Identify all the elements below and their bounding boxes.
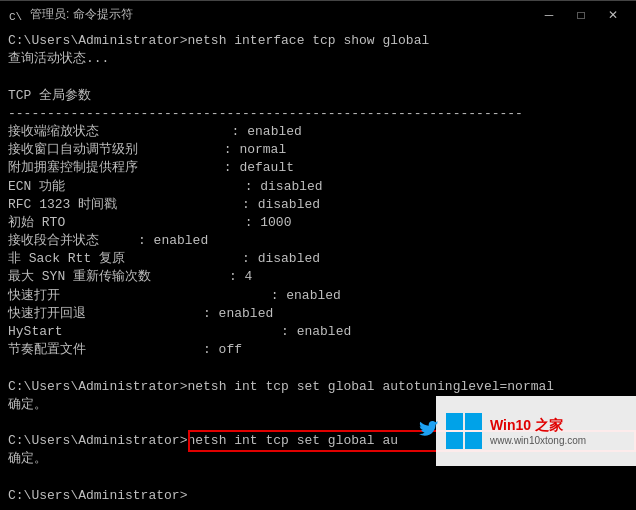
window-controls: ─ □ ✕ — [534, 5, 628, 25]
twitter-icon-area — [417, 396, 441, 466]
terminal-line-5: 接收窗口自动调节级别 : normal — [8, 141, 628, 159]
terminal-line-blank-4 — [8, 469, 628, 487]
win10-watermark: Win10 之家 www.win10xtong.com — [436, 396, 636, 466]
close-button[interactable]: ✕ — [598, 5, 628, 25]
terminal-line-1: 查询活动状态... — [8, 50, 628, 68]
win10-brand-title: Win10 之家 — [490, 417, 586, 435]
cmd-icon: C\ — [8, 7, 24, 23]
svg-text:C\: C\ — [9, 11, 22, 23]
win10-logo — [446, 413, 482, 449]
title-bar: C\ 管理员: 命令提示符 ─ □ ✕ — [0, 0, 636, 28]
terminal-line-2: TCP 全局参数 — [8, 87, 628, 105]
win10-text-block: Win10 之家 www.win10xtong.com — [490, 417, 586, 446]
win10-url: www.win10xtong.com — [490, 435, 586, 446]
terminal-line-15: HyStart : enabled — [8, 323, 628, 341]
terminal-line-17: C:\Users\Administrator>netsh int tcp set… — [8, 378, 628, 396]
minimize-button[interactable]: ─ — [534, 5, 564, 25]
maximize-button[interactable]: □ — [566, 5, 596, 25]
title-bar-left: C\ 管理员: 命令提示符 — [8, 6, 133, 23]
terminal-line-11: 非 Sack Rtt 复原 : disabled — [8, 250, 628, 268]
window-title: 管理员: 命令提示符 — [30, 6, 133, 23]
terminal-line-16: 节奏配置文件 : off — [8, 341, 628, 359]
terminal-line-12: 最大 SYN 重新传输次数 : 4 — [8, 268, 628, 286]
terminal-line-0: C:\Users\Administrator>netsh interface t… — [8, 32, 628, 50]
terminal-line-8: RFC 1323 时间戳 : disabled — [8, 196, 628, 214]
terminal-line-blank-2 — [8, 359, 628, 377]
terminal-line-blank-1 — [8, 68, 628, 86]
terminal-line-13: 快速打开 : enabled — [8, 287, 628, 305]
twitter-icon — [419, 421, 439, 441]
win10-brand-name: Win10 — [490, 417, 535, 433]
terminal-line-9: 初始 RTO : 1000 — [8, 214, 628, 232]
terminal-line-10: 接收段合并状态 : enabled — [8, 232, 628, 250]
win10-logo-bl — [446, 432, 463, 449]
terminal-line-4: 接收端缩放状态 : enabled — [8, 123, 628, 141]
win10-brand-suffix: 之家 — [535, 417, 563, 433]
win10-logo-br — [465, 432, 482, 449]
terminal-body[interactable]: C:\Users\Administrator>netsh interface t… — [0, 28, 636, 510]
win10-logo-tr — [465, 413, 482, 430]
cmd-window: C\ 管理员: 命令提示符 ─ □ ✕ C:\Users\Administrat… — [0, 0, 636, 510]
terminal-line-3: ----------------------------------------… — [8, 105, 628, 123]
terminal-line-7: ECN 功能 : disabled — [8, 178, 628, 196]
terminal-line-6: 附加拥塞控制提供程序 : default — [8, 159, 628, 177]
terminal-line-14: 快速打开回退 : enabled — [8, 305, 628, 323]
win10-logo-tl — [446, 413, 463, 430]
terminal-line-21: C:\Users\Administrator> — [8, 487, 628, 505]
